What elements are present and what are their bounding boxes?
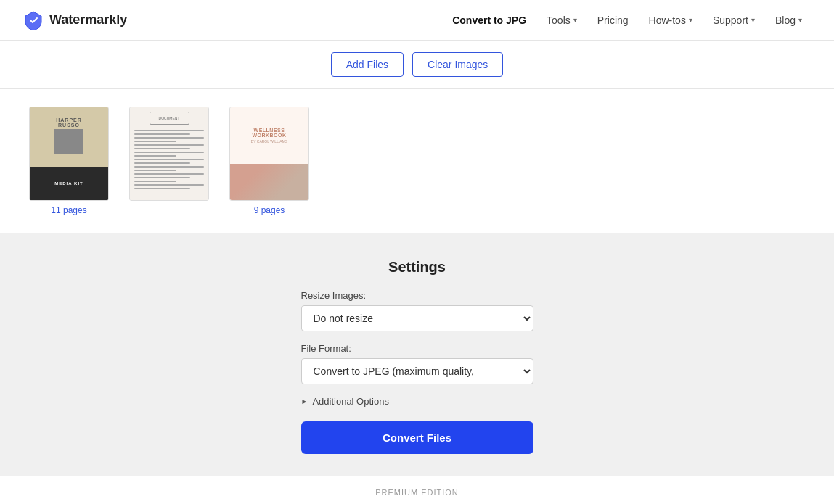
settings-section: Settings Resize Images: Do not resize Sm… — [0, 233, 834, 476]
image-thumb-wellness[interactable]: WELLNESSWORKBOOK BY CAROL WILLIAMS — [229, 107, 309, 201]
header: Watermarkly Convert to JPGTools▾PricingH… — [0, 0, 834, 41]
image-thumb-mediakit[interactable]: HARPER RUSSO MEDIA KIT — [29, 107, 109, 201]
additional-options-label: Additional Options — [312, 396, 389, 407]
nav-item-blog[interactable]: Blog▾ — [766, 10, 811, 30]
image-card-wellness: WELLNESSWORKBOOK BY CAROL WILLIAMS 9 pag… — [229, 107, 309, 215]
nav-item-support[interactable]: Support▾ — [704, 10, 764, 30]
logo-text: Watermarkly — [49, 12, 127, 28]
clear-images-button[interactable]: Clear Images — [412, 52, 503, 77]
image-card-mediakit: HARPER RUSSO MEDIA KIT 11 pages — [29, 107, 109, 215]
nav-chevron-blog-icon: ▾ — [798, 16, 802, 24]
images-area: HARPER RUSSO MEDIA KIT 11 pages DOCUMENT — [0, 89, 834, 233]
mediakit-preview: HARPER RUSSO MEDIA KIT — [30, 107, 108, 200]
settings-title: Settings — [388, 259, 446, 276]
additional-options-arrow-icon: ► — [301, 397, 308, 405]
footer: PREMIUM EDITION — [0, 476, 834, 504]
toolbar: Add Files Clear Images — [0, 41, 834, 89]
nav-item-howtos[interactable]: How-tos▾ — [640, 10, 701, 30]
settings-form: Resize Images: Do not resize Small Mediu… — [301, 290, 533, 454]
main-nav: Convert to JPGTools▾PricingHow-tos▾Suppo… — [443, 10, 811, 30]
resize-label: Resize Images: — [301, 290, 533, 301]
image-card-document: DOCUMENT — [129, 107, 209, 205]
convert-files-button[interactable]: Convert Files — [301, 421, 533, 454]
nav-item-tools[interactable]: Tools▾ — [538, 10, 586, 30]
add-files-button[interactable]: Add Files — [331, 52, 404, 77]
resize-group: Resize Images: Do not resize Small Mediu… — [301, 290, 533, 331]
wellness-preview: WELLNESSWORKBOOK BY CAROL WILLIAMS — [230, 107, 308, 200]
resize-select[interactable]: Do not resize Small Medium Large — [301, 305, 533, 331]
image-thumb-document[interactable]: DOCUMENT — [129, 107, 209, 201]
nav-item-convert[interactable]: Convert to JPG — [443, 10, 535, 30]
nav-chevron-tools-icon: ▾ — [573, 16, 577, 24]
wellness-page-count: 9 pages — [254, 205, 285, 215]
format-group: File Format: Convert to JPEG (maximum qu… — [301, 343, 533, 384]
document-preview: DOCUMENT — [130, 107, 208, 200]
logo-icon — [23, 10, 44, 30]
nav-chevron-support-icon: ▾ — [751, 16, 755, 24]
additional-options-toggle[interactable]: ► Additional Options — [301, 396, 533, 407]
nav-chevron-howtos-icon: ▾ — [689, 16, 692, 24]
logo[interactable]: Watermarkly — [23, 10, 127, 30]
mediakit-page-count: 11 pages — [51, 205, 86, 215]
format-select[interactable]: Convert to JPEG (maximum quality, Conver… — [301, 358, 533, 384]
footer-label: PREMIUM EDITION — [375, 488, 459, 497]
nav-item-pricing[interactable]: Pricing — [589, 10, 637, 30]
format-label: File Format: — [301, 343, 533, 354]
